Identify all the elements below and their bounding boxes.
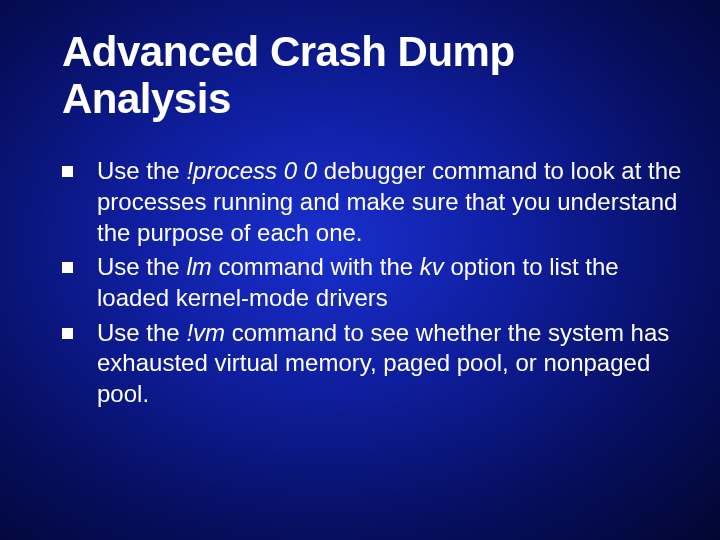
bullet-text: Use the !vm command to see whether the s… xyxy=(97,318,682,410)
list-item: Use the lm command with the kv option to… xyxy=(62,252,682,313)
bullet-list: Use the !process 0 0 debugger command to… xyxy=(62,156,682,410)
slide-title: Advanced Crash Dump Analysis xyxy=(62,28,682,122)
command-text: lm xyxy=(186,253,211,280)
text-fragment: Use the xyxy=(97,157,186,184)
bullet-text: Use the !process 0 0 debugger command to… xyxy=(97,156,682,248)
text-fragment: command with the xyxy=(212,253,420,280)
bullet-square-icon xyxy=(62,262,73,273)
bullet-square-icon xyxy=(62,328,73,339)
list-item: Use the !vm command to see whether the s… xyxy=(62,318,682,410)
list-item: Use the !process 0 0 debugger command to… xyxy=(62,156,682,248)
command-text: kv xyxy=(420,253,444,280)
text-fragment: Use the xyxy=(97,319,186,346)
command-text: !process 0 0 xyxy=(186,157,317,184)
bullet-square-icon xyxy=(62,166,73,177)
command-text: !vm xyxy=(186,319,225,346)
bullet-text: Use the lm command with the kv option to… xyxy=(97,252,682,313)
text-fragment: Use the xyxy=(97,253,186,280)
